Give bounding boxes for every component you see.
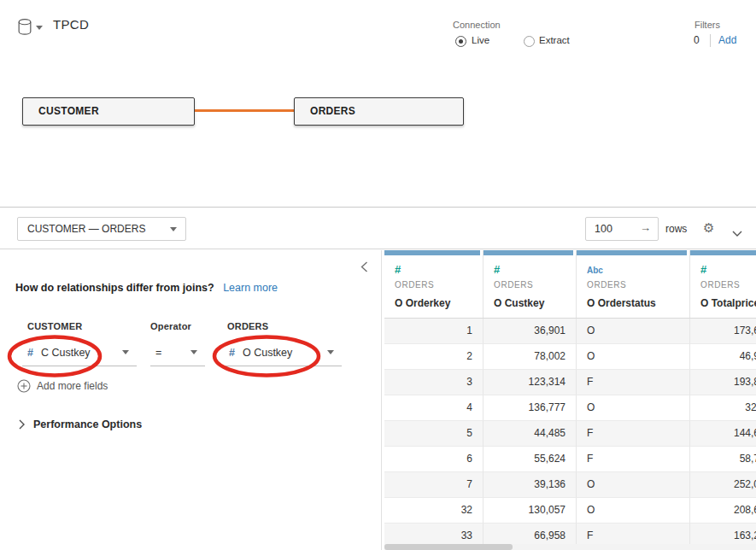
left-field-dropdown[interactable]: # C Custkey xyxy=(22,339,137,366)
plus-circle-icon xyxy=(17,379,31,393)
datasource-header: TPCD Connection Live Extract Filters 0 A… xyxy=(0,0,756,53)
table-cell: 1 xyxy=(384,319,483,344)
number-field-icon: # xyxy=(229,347,235,359)
horizontal-scrollbar[interactable] xyxy=(384,544,756,550)
grid-body: 136,901O173,6278,002O46,93123,314F193,84… xyxy=(384,319,756,549)
operator-value: = xyxy=(155,347,161,359)
table-cell: 36,901 xyxy=(483,319,577,344)
performance-options-toggle[interactable]: Performance Options xyxy=(19,418,142,430)
number-field-icon: # xyxy=(27,347,33,359)
table-cell: 6 xyxy=(384,447,483,472)
database-icon[interactable] xyxy=(17,18,32,39)
table-cell: 46,9 xyxy=(690,344,756,370)
column-table-name: ORDERS xyxy=(494,280,576,290)
grid-column-header[interactable]: Abc ORDERS O Orderstatus xyxy=(577,250,690,318)
chevron-right-icon xyxy=(19,419,25,430)
table-row: 136,901O173,6 xyxy=(384,319,756,344)
relationship-help-row: How do relationships differ from joins? … xyxy=(15,282,278,294)
table-cell: 44,485 xyxy=(483,421,577,447)
table-cell: 173,6 xyxy=(690,319,756,344)
table-cell: 5 xyxy=(384,421,483,447)
filters-add-link[interactable]: Add xyxy=(718,34,736,46)
dropdown-caret-icon xyxy=(170,227,177,231)
table-cell: 7 xyxy=(384,472,483,498)
table-row: 655,624F58,7 xyxy=(384,447,756,472)
live-radio-label[interactable]: Live xyxy=(472,35,489,45)
table-cell: 78,002 xyxy=(483,344,577,370)
table-cell: 193,8 xyxy=(690,370,756,395)
table-cell: O xyxy=(577,344,690,370)
table-row: 739,136O252,0 xyxy=(384,472,756,498)
table-cell: 136,777 xyxy=(483,395,577,421)
table-cell: 4 xyxy=(384,395,483,421)
table-cell: 32, xyxy=(690,395,756,421)
table-cell: 2 xyxy=(384,344,483,370)
row-count-box: → xyxy=(585,217,659,241)
table-row: 544,485F144,6 xyxy=(384,421,756,447)
right-table-label: ORDERS xyxy=(227,321,268,331)
grid-column-header[interactable]: # ORDERS O Custkey xyxy=(483,250,577,318)
grid-column-header[interactable]: # ORDERS O Orderkey xyxy=(384,250,483,318)
filters-count: 0 xyxy=(694,34,700,46)
right-field-dropdown[interactable]: # O Custkey xyxy=(224,339,342,366)
table-cell: F xyxy=(577,447,690,472)
table-cell: 208,6 xyxy=(690,498,756,524)
add-more-fields-button[interactable]: Add more fields xyxy=(17,379,108,393)
extract-radio[interactable] xyxy=(524,36,535,47)
table-row: 4136,777O32, xyxy=(384,395,756,421)
table-cell: 123,314 xyxy=(483,370,577,395)
field-type-icon: # xyxy=(700,263,756,276)
operator-label: Operator xyxy=(150,321,191,331)
collapse-pane-chevron-icon[interactable] xyxy=(360,260,368,276)
column-accent-bar xyxy=(690,250,756,255)
relationship-noodle[interactable] xyxy=(195,109,294,112)
field-type-icon: # xyxy=(494,263,576,276)
column-table-name: ORDERS xyxy=(587,280,689,290)
table-node-customer[interactable]: CUSTOMER xyxy=(22,97,195,126)
column-field-name: O Orderstatus xyxy=(587,297,689,309)
table-node-orders[interactable]: ORDERS xyxy=(294,97,464,126)
add-more-fields-label: Add more fields xyxy=(37,380,108,392)
row-count-input[interactable] xyxy=(586,218,637,240)
operator-dropdown[interactable]: = xyxy=(150,339,205,366)
gear-icon[interactable]: ⚙ xyxy=(703,220,714,236)
left-table-label: CUSTOMER xyxy=(27,321,82,331)
dropdown-caret-icon xyxy=(327,350,334,354)
column-table-name: ORDERS xyxy=(700,280,756,290)
datasource-title: TPCD xyxy=(53,17,89,32)
load-rows-arrow-icon[interactable]: → xyxy=(640,221,651,234)
performance-options-label: Performance Options xyxy=(33,418,142,430)
learn-more-link[interactable]: Learn more xyxy=(223,282,278,294)
table-cell: 130,057 xyxy=(483,498,577,524)
table-cell: 144,6 xyxy=(690,421,756,447)
rows-label: rows xyxy=(665,223,687,235)
table-cell: F xyxy=(577,370,690,395)
table-cell: 58,7 xyxy=(690,447,756,472)
filters-label: Filters xyxy=(694,20,720,30)
grid-column-header[interactable]: # ORDERS O Totalprice xyxy=(690,250,756,318)
column-table-name: ORDERS xyxy=(395,280,483,290)
table-cell: O xyxy=(577,319,690,344)
chevron-down-icon[interactable] xyxy=(732,225,742,241)
database-menu-caret-icon[interactable] xyxy=(36,26,43,30)
scrollbar-thumb[interactable] xyxy=(384,544,513,550)
dropdown-caret-icon xyxy=(190,350,197,354)
panel-body: How do relationships differ from joins? … xyxy=(0,250,756,550)
annotation-overlay xyxy=(0,250,382,550)
dropdown-caret-icon xyxy=(122,350,129,354)
table-cell: F xyxy=(577,421,690,447)
relationship-selector-dropdown[interactable]: CUSTOMER — ORDERS xyxy=(17,217,186,241)
table-cell: O xyxy=(577,395,690,421)
relationship-selector-label: CUSTOMER — ORDERS xyxy=(18,223,145,235)
table-cell: 32 xyxy=(384,498,483,524)
table-cell: 39,136 xyxy=(483,472,577,498)
column-accent-bar xyxy=(577,250,687,255)
help-question-text: How do relationships differ from joins? xyxy=(15,282,214,294)
table-cell: 252,0 xyxy=(690,472,756,498)
live-radio[interactable] xyxy=(455,36,466,47)
extract-radio-label[interactable]: Extract xyxy=(539,35,570,45)
connection-label: Connection xyxy=(453,20,501,30)
table-cell: O xyxy=(577,472,690,498)
tableau-datasource-page: TPCD Connection Live Extract Filters 0 A… xyxy=(0,0,756,550)
right-field-value: O Custkey xyxy=(243,347,292,359)
